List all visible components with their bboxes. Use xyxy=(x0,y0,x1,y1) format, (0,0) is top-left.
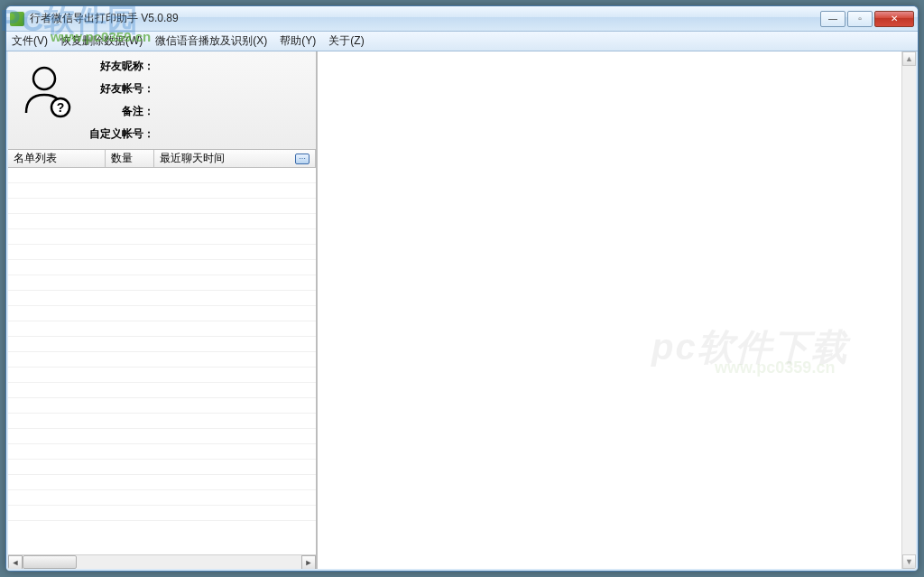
column-options-icon[interactable]: ⋯ xyxy=(295,154,310,164)
left-pane: ? 好友昵称： 好友帐号： 备注： xyxy=(8,51,317,569)
column-last-chat-time-label: 最近聊天时间 xyxy=(160,151,225,166)
row-nickname: 好友昵称： xyxy=(89,59,307,74)
list-row[interactable] xyxy=(8,460,316,475)
list-row[interactable] xyxy=(8,306,316,321)
app-icon xyxy=(10,12,24,26)
list-row[interactable] xyxy=(8,168,316,183)
column-count[interactable]: 数量 xyxy=(106,150,154,167)
maximize-button[interactable]: ▫ xyxy=(847,11,873,27)
list-rows xyxy=(8,168,316,521)
remark-label: 备注： xyxy=(89,104,154,119)
menu-recover-deleted[interactable]: 恢复删除数据(W) xyxy=(60,33,143,49)
avatar-placeholder-icon: ? xyxy=(17,62,75,120)
custom-account-label: 自定义帐号： xyxy=(89,126,154,142)
window-controls: — ▫ ✕ xyxy=(820,11,914,27)
column-last-chat-time[interactable]: 最近聊天时间 ⋯ xyxy=(154,150,316,167)
horizontal-scrollbar[interactable]: ◄ ► xyxy=(8,554,316,569)
right-pane: ▲ ▼ pc软件下载 www.pc0359.cn xyxy=(317,51,916,569)
nickname-label: 好友昵称： xyxy=(89,59,154,74)
scroll-left-arrow-icon[interactable]: ◄ xyxy=(8,555,23,569)
list-row[interactable] xyxy=(8,260,316,275)
scroll-right-arrow-icon[interactable]: ► xyxy=(301,555,316,569)
row-remark: 备注： xyxy=(89,104,307,119)
list-row[interactable] xyxy=(8,475,316,490)
list-row[interactable] xyxy=(8,490,316,506)
watermark-url: www.pc0359.cn xyxy=(715,358,835,377)
svg-point-0 xyxy=(33,68,55,89)
menu-help[interactable]: 帮助(Y) xyxy=(280,33,316,49)
info-fields: 好友昵称： 好友帐号： 备注： 自定义帐号： xyxy=(89,57,307,142)
minimize-button[interactable]: — xyxy=(820,11,845,27)
menu-about[interactable]: 关于(Z) xyxy=(328,33,364,49)
list-row[interactable] xyxy=(8,214,316,229)
row-custom-account: 自定义帐号： xyxy=(89,126,307,142)
scroll-up-arrow-icon[interactable]: ▲ xyxy=(902,51,916,66)
close-button[interactable]: ✕ xyxy=(874,11,914,27)
scroll-down-arrow-icon[interactable]: ▼ xyxy=(902,554,916,569)
menu-file[interactable]: 文件(V) xyxy=(12,33,48,49)
list-body[interactable] xyxy=(8,168,316,554)
list-row[interactable] xyxy=(8,321,316,337)
titlebar[interactable]: 行者微信导出打印助手 V5.0.89 — ▫ ✕ xyxy=(6,6,918,32)
list-header: 名单列表 数量 最近聊天时间 ⋯ xyxy=(8,150,316,168)
list-row[interactable] xyxy=(8,337,316,352)
list-row[interactable] xyxy=(8,444,316,460)
scroll-track[interactable] xyxy=(902,66,916,554)
list-row[interactable] xyxy=(8,275,316,291)
list-row[interactable] xyxy=(8,383,316,398)
menu-voice-playback[interactable]: 微信语音播放及识别(X) xyxy=(155,33,267,49)
watermark-text: pc软件下载 xyxy=(651,322,849,372)
column-name-list[interactable]: 名单列表 xyxy=(8,150,106,167)
svg-text:?: ? xyxy=(57,100,65,115)
list-row[interactable] xyxy=(8,199,316,214)
scroll-track[interactable] xyxy=(23,555,301,569)
list-row[interactable] xyxy=(8,414,316,429)
content-area: ? 好友昵称： 好友帐号： 备注： xyxy=(6,51,918,571)
account-label: 好友帐号： xyxy=(89,81,154,97)
app-window: 行者微信导出打印助手 V5.0.89 — ▫ ✕ 文件(V) 恢复删除数据(W)… xyxy=(5,5,919,572)
friend-info-panel: ? 好友昵称： 好友帐号： 备注： xyxy=(8,51,316,150)
contact-list: 名单列表 数量 最近聊天时间 ⋯ xyxy=(8,150,316,569)
window-title: 行者微信导出打印助手 V5.0.89 xyxy=(30,11,820,26)
list-row[interactable] xyxy=(8,183,316,199)
vertical-scrollbar[interactable]: ▲ ▼ xyxy=(901,51,916,569)
list-row[interactable] xyxy=(8,245,316,260)
list-row[interactable] xyxy=(8,398,316,414)
list-row[interactable] xyxy=(8,229,316,245)
list-row[interactable] xyxy=(8,291,316,306)
list-row[interactable] xyxy=(8,429,316,444)
list-row[interactable] xyxy=(8,368,316,383)
scroll-thumb[interactable] xyxy=(23,555,77,569)
menubar: 文件(V) 恢复删除数据(W) 微信语音播放及识别(X) 帮助(Y) 关于(Z) xyxy=(6,32,918,51)
list-row[interactable] xyxy=(8,506,316,521)
row-account: 好友帐号： xyxy=(89,81,307,97)
list-row[interactable] xyxy=(8,352,316,368)
